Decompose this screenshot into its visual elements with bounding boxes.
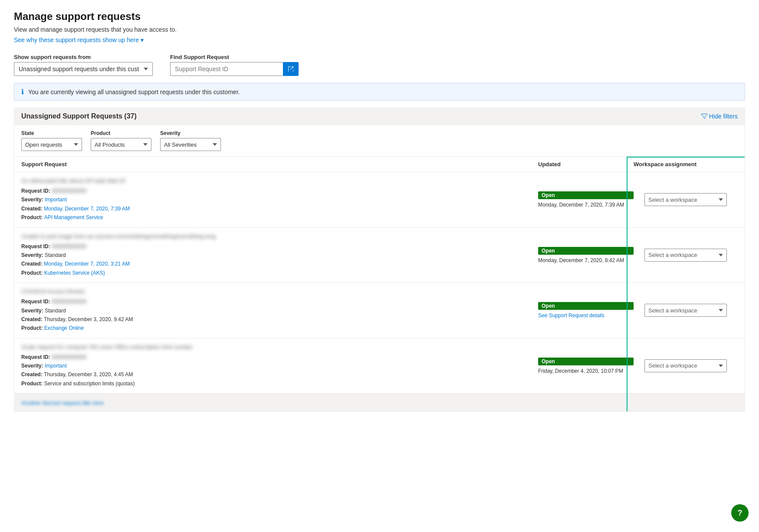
updated-date: Monday, December 7, 2020, 8:42 AM [538,257,634,263]
product-label: Product [91,130,151,136]
info-banner: ℹ You are currently viewing all unassign… [14,83,745,101]
external-link-icon [288,66,294,72]
status-badge: Open [538,302,634,310]
table-row: Scale request for compute VM cores Offic… [14,338,745,394]
request-meta: Request ID: XXXXXXXXXX Severity: Importa… [21,353,538,388]
sub-filters: State Open requests Product All Products… [14,125,745,157]
updated-col: Open Monday, December 7, 2020, 8:42 AM [538,247,634,263]
bottom-blurred-title[interactable]: Another blurred request title here [21,400,104,406]
workspace-col: Select a workspace [634,249,738,262]
workspace-select-4[interactable]: Select a workspace [644,359,727,372]
severity-label: Severity [160,130,221,136]
state-select[interactable]: Open requests [21,138,82,151]
status-badge: Open [538,358,634,365]
col-workspace-header: Workspace assignment [634,161,738,167]
page-subtitle: View and manage support requests that yo… [14,26,745,33]
updated-col: Open Friday, December 4, 2020, 10:07 PM [538,358,634,374]
chevron-down-icon: ▾ [141,36,144,43]
table-title: Unassigned Support Requests (37) [21,112,137,120]
workspace-col: Select a workspace [634,304,738,317]
updated-col: Open See Support Request details [538,302,634,319]
request-meta: Request ID: XXXXXXXXXX Severity: Standar… [21,297,538,333]
product-select[interactable]: All Products [91,138,151,151]
state-filter-group: State Open requests [21,130,82,151]
see-details-link[interactable]: See Support Request details [538,312,634,319]
find-label: Find Support Request [170,54,299,60]
top-filters: Show support requests from Unassigned su… [14,54,745,76]
table-row: COVID19 Access Denied Request ID: XXXXXX… [14,283,745,338]
find-input[interactable] [170,62,283,76]
updated-col: Open Monday, December 7, 2020, 7:39 AM [538,191,634,208]
col-headers: Support Request Updated Workspace assign… [14,157,745,172]
request-info: An obfuscated title about API blah blah … [21,177,538,222]
table-header-bar: Unassigned Support Requests (37) Hide fi… [14,108,745,125]
bottom-partial-row: Another blurred request title here [14,394,745,411]
request-meta: Request ID: XXXXXXXXXX Severity: Importa… [21,187,538,222]
info-icon: ℹ [21,88,24,96]
request-title: An obfuscated title about API blah blah … [21,177,538,184]
table-row: Unable to pull image from acr.azurecr.io… [14,228,745,283]
find-input-row [170,62,299,76]
workspace-select-3[interactable]: Select a workspace [644,304,727,317]
hide-filters-button[interactable]: Hide filters [701,113,738,120]
show-from-select[interactable]: Unassigned support requests under this c… [14,62,153,76]
show-from-label: Show support requests from [14,54,153,60]
show-from-group: Show support requests from Unassigned su… [14,54,153,76]
info-text: You are currently viewing all unassigned… [28,89,240,95]
col-updated-header: Updated [538,161,634,167]
request-info: Scale request for compute VM cores Offic… [21,344,538,388]
table-row: An obfuscated title about API blah blah … [14,172,745,228]
page-title: Manage support requests [14,10,745,23]
severity-select[interactable]: All Severities [160,138,221,151]
request-meta: Request ID: XXXXXXXXXX Severity: Standar… [21,242,538,278]
see-why-link[interactable]: See why these support requests show up h… [14,36,144,43]
updated-date: Friday, December 4, 2020, 10:07 PM [538,368,634,374]
product-filter-group: Product All Products [91,130,151,151]
filter-icon [701,113,707,119]
request-title: Scale request for compute VM cores Offic… [21,344,538,350]
request-title: COVID19 Access Denied [21,288,538,295]
find-button[interactable] [283,62,299,76]
col-request-header: Support Request [21,161,538,167]
workspace-col: Select a workspace [634,193,738,206]
severity-filter-group: Severity All Severities [160,130,221,151]
workspace-select-1[interactable]: Select a workspace [644,193,727,206]
state-label: State [21,130,82,136]
status-badge: Open [538,191,634,199]
updated-date: Monday, December 7, 2020, 7:39 AM [538,202,634,208]
status-badge: Open [538,247,634,255]
workspace-select-2[interactable]: Select a workspace [644,249,727,262]
find-group: Find Support Request [170,54,299,76]
request-title: Unable to pull image from acr.azurecr.io… [21,233,538,240]
request-info: Unable to pull image from acr.azurecr.io… [21,233,538,278]
workspace-col: Select a workspace [634,359,738,372]
requests-table: Unassigned Support Requests (37) Hide fi… [14,108,745,412]
request-info: COVID19 Access Denied Request ID: XXXXXX… [21,288,538,333]
